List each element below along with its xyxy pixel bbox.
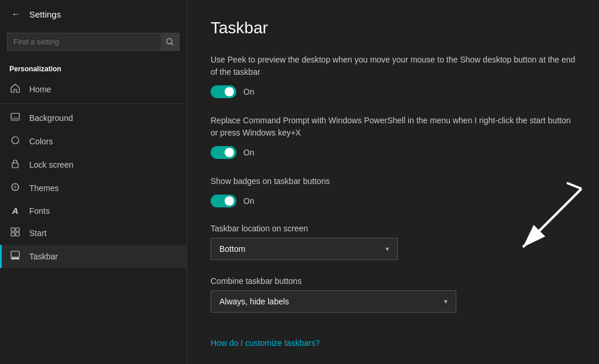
svg-rect-10 — [16, 233, 19, 236]
divider — [0, 103, 187, 104]
sidebar-item-home[interactable]: Home — [0, 78, 187, 101]
sidebar-item-taskbar[interactable]: Taskbar — [0, 245, 187, 268]
sidebar-item-colors-label: Colors — [29, 137, 53, 146]
svg-rect-11 — [11, 251, 19, 257]
svg-rect-7 — [11, 228, 15, 231]
powershell-toggle-row: On — [211, 146, 576, 159]
themes-icon — [9, 182, 21, 194]
lock-icon — [9, 159, 21, 171]
sidebar-header: ← Settings — [0, 0, 187, 28]
home-icon — [9, 84, 21, 95]
combine-buttons-arrow: ▾ — [444, 297, 447, 306]
svg-rect-9 — [11, 233, 15, 236]
combine-buttons-group: Combine taskbar buttons Always, hide lab… — [211, 276, 576, 313]
combine-buttons-value: Always, hide labels — [219, 297, 289, 306]
badges-setting: Show badges on taskbar buttons On — [211, 175, 576, 207]
customize-taskbars-link[interactable]: How do I customize taskbars? — [211, 338, 320, 348]
badges-toggle-row: On — [211, 195, 576, 207]
powershell-toggle-label: On — [243, 148, 254, 157]
sidebar-item-fonts-label: Fonts — [29, 206, 50, 216]
start-icon — [9, 227, 21, 239]
sidebar-item-colors[interactable]: Colors — [0, 130, 187, 153]
powershell-setting: Replace Command Prompt with Windows Powe… — [211, 115, 576, 159]
taskbar-location-group: Taskbar location on screen Bottom ▾ — [211, 224, 576, 260]
badges-toggle-knob — [225, 196, 234, 206]
peek-toggle[interactable] — [211, 85, 236, 98]
badges-description: Show badges on taskbar buttons — [211, 175, 576, 188]
fonts-icon: A — [9, 206, 21, 216]
svg-rect-12 — [11, 258, 19, 259]
sidebar-item-home-label: Home — [29, 85, 51, 94]
sidebar-item-taskbar-label: Taskbar — [29, 252, 58, 261]
sidebar-item-background[interactable]: Background — [0, 106, 187, 130]
colors-icon — [9, 136, 21, 147]
combine-buttons-label: Combine taskbar buttons — [211, 276, 576, 286]
taskbar-icon — [9, 251, 21, 262]
peek-description: Use Peek to preview the desktop when you… — [211, 54, 576, 78]
taskbar-location-value: Bottom — [219, 244, 245, 254]
sidebar-item-fonts[interactable]: A Fonts — [0, 200, 187, 221]
page-title: Taskbar — [211, 19, 576, 37]
search-icon-button[interactable] — [161, 33, 180, 51]
sidebar-item-themes-label: Themes — [29, 183, 59, 193]
combine-buttons-dropdown[interactable]: Always, hide labels ▾ — [211, 290, 456, 313]
peek-toggle-label: On — [243, 87, 254, 96]
settings-title: Settings — [29, 9, 61, 19]
svg-rect-3 — [11, 117, 19, 120]
search-input[interactable] — [7, 33, 180, 51]
taskbar-location-arrow: ▾ — [385, 245, 389, 253]
sidebar-item-lock-screen-label: Lock screen — [29, 160, 73, 169]
badges-toggle-label: On — [243, 196, 254, 206]
main-content: Taskbar Use Peek to preview the desktop … — [187, 0, 599, 364]
sidebar-item-themes[interactable]: Themes — [0, 176, 187, 200]
peek-setting: Use Peek to preview the desktop when you… — [211, 54, 576, 98]
powershell-toggle-knob — [225, 148, 234, 157]
powershell-toggle[interactable] — [211, 146, 236, 159]
search-box — [7, 33, 180, 51]
peek-toggle-row: On — [211, 85, 576, 98]
sidebar-item-lock-screen[interactable]: Lock screen — [0, 153, 187, 176]
sidebar-item-start[interactable]: Start — [0, 221, 187, 245]
background-icon — [9, 112, 21, 124]
svg-rect-8 — [16, 228, 19, 231]
peek-toggle-knob — [225, 87, 234, 96]
search-icon — [166, 38, 174, 46]
svg-line-1 — [171, 43, 174, 46]
taskbar-location-label: Taskbar location on screen — [211, 224, 576, 233]
sidebar-item-start-label: Start — [29, 228, 47, 238]
powershell-description: Replace Command Prompt with Windows Powe… — [211, 115, 576, 139]
back-button[interactable]: ← — [9, 7, 22, 21]
sidebar: ← Settings Personalization Home Bac — [0, 0, 187, 364]
svg-rect-5 — [12, 163, 18, 168]
sidebar-item-background-label: Background — [29, 113, 73, 123]
personalization-label: Personalization — [0, 56, 187, 78]
taskbar-location-dropdown[interactable]: Bottom ▾ — [211, 238, 398, 260]
badges-toggle[interactable] — [211, 195, 236, 207]
